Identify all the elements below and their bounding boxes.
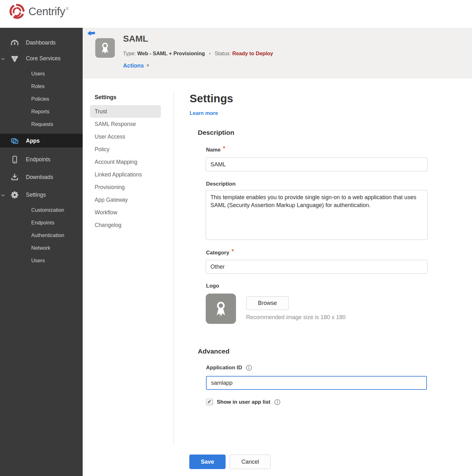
sidebar-item-roles[interactable]: Roles [0, 80, 83, 92]
chevron-down-icon [1, 193, 5, 197]
app-header: SAML Type: Web - SAML + Provisioning • S… [83, 28, 472, 78]
sidebar-item-users[interactable]: Users [0, 67, 83, 80]
category-label: Category* [206, 249, 234, 256]
cancel-button[interactable]: Cancel [230, 455, 271, 469]
name-input[interactable] [206, 158, 428, 171]
sidebar-item-label: Settings [0, 192, 46, 198]
back-arrow-icon [87, 30, 95, 37]
sidebar: Dashboards Core Services Users Roles Pol… [0, 28, 83, 476]
sidebar-item-label: Requests [0, 121, 53, 127]
sidebar-item-settings-endpoints[interactable]: Endpoints [0, 216, 83, 229]
sidebar-item-label: Customization [0, 207, 64, 213]
description-textarea[interactable]: This template enables you to provide sin… [206, 190, 428, 240]
browse-button[interactable]: Browse [246, 296, 289, 310]
sidebar-item-label: Endpoints [0, 156, 50, 163]
subnav-item-saml-response[interactable]: SAML Response [90, 118, 161, 130]
subnav-item-account-mapping[interactable]: Account Mapping [90, 156, 161, 168]
brand-trademark: ® [66, 7, 69, 11]
dashboard-icon [10, 39, 19, 47]
subnav-item-changelog[interactable]: Changelog [90, 219, 161, 231]
sidebar-item-reports[interactable]: Reports [0, 105, 83, 118]
sidebar-item-network[interactable]: Network [0, 241, 83, 254]
subnav-item-app-gateway[interactable]: App Gateway [90, 193, 161, 206]
type-value: Web - SAML + Provisioning [137, 51, 205, 56]
status-label: Status: [215, 51, 231, 56]
ribbon-icon [212, 300, 230, 318]
subnav-section-title: Settings [90, 92, 161, 105]
sidebar-item-label: Dashboards [0, 39, 56, 46]
sidebar-item-authentication[interactable]: Authentication [0, 229, 83, 241]
application-id-input[interactable] [206, 376, 427, 390]
meta-separator: • [209, 51, 211, 56]
sidebar-item-downloads[interactable]: Downloads [0, 168, 83, 186]
sidebar-item-label: Users [0, 71, 45, 77]
sidebar-item-label: Downloads [0, 174, 53, 181]
topbar: Centrify ® [0, 0, 472, 28]
subnav-item-linked-applications[interactable]: Linked Applications [90, 168, 161, 181]
sidebar-item-policies[interactable]: Policies [0, 92, 83, 105]
subnav-item-policy[interactable]: Policy [90, 143, 161, 156]
save-button[interactable]: Save [189, 455, 226, 469]
subnav-item-workflow[interactable]: Workflow [90, 206, 161, 219]
application-id-label: Application ID [206, 365, 252, 371]
page-root: Centrify ® Dashboards [0, 0, 472, 476]
sidebar-item-label: Network [0, 245, 50, 251]
back-button[interactable] [87, 30, 95, 37]
sidebar-item-label: Policies [0, 96, 49, 102]
sidebar-item-label: Core Services [0, 55, 61, 62]
vertical-divider [174, 92, 174, 446]
logo-size-hint: Recommended image size is 180 x 180 [246, 314, 345, 321]
sidebar-item-apps[interactable]: Apps [0, 134, 83, 148]
sidebar-item-label: Roles [0, 83, 44, 89]
sidebar-item-label: Reports [0, 109, 50, 115]
sidebar-item-endpoints[interactable]: Endpoints [0, 151, 83, 168]
app-subnav: Settings Trust SAML Response User Access… [90, 92, 161, 231]
download-icon [10, 173, 19, 181]
actions-menu-button[interactable]: Actions▼ [123, 62, 150, 69]
show-in-app-list-label: Show in user app list [217, 399, 270, 405]
show-in-app-list-row: Show in user app list [206, 399, 280, 405]
sidebar-item-dashboards[interactable]: Dashboards [0, 36, 83, 50]
sidebar-item-label: Users [0, 258, 45, 264]
sidebar-item-settings-users[interactable]: Users [0, 254, 83, 267]
apps-icon [10, 137, 19, 145]
sidebar-item-settings[interactable]: Settings [0, 186, 83, 204]
sidebar-item-label: Endpoints [0, 220, 54, 226]
subnav-item-trust[interactable]: Trust [90, 105, 161, 118]
caret-down-icon: ▼ [146, 63, 150, 68]
brand-logo[interactable]: Centrify ® [9, 3, 68, 20]
sidebar-item-customization[interactable]: Customization [0, 204, 83, 216]
app-title: SAML [123, 34, 148, 44]
endpoint-device-icon [10, 155, 19, 164]
description-section-title: Description [198, 129, 234, 136]
centrify-logo-icon [9, 3, 25, 20]
show-in-app-list-checkbox[interactable] [206, 399, 213, 405]
gear-icon [10, 191, 19, 199]
actions-label: Actions [123, 62, 144, 69]
info-icon[interactable] [274, 399, 280, 405]
subnav-item-provisioning[interactable]: Provisioning [90, 181, 161, 193]
type-label: Type: [123, 51, 136, 56]
ribbon-icon [98, 41, 112, 55]
logo-preview [206, 294, 236, 324]
category-input[interactable] [206, 260, 428, 274]
advanced-section-title: Advanced [198, 348, 229, 355]
sidebar-item-label: Authentication [0, 232, 64, 238]
logo-label: Logo [206, 283, 219, 289]
core-services-icon [10, 54, 19, 63]
name-label: Name* [206, 146, 225, 153]
sidebar-item-requests[interactable]: Requests [0, 118, 83, 130]
description-label: Description [206, 181, 236, 187]
status-value: Ready to Deploy [232, 51, 273, 56]
brand-name: Centrify [28, 5, 65, 18]
sidebar-item-label: Apps [0, 138, 40, 144]
subnav-item-user-access[interactable]: User Access [90, 130, 161, 143]
required-asterisk: * [232, 248, 234, 255]
info-icon[interactable] [246, 365, 252, 371]
required-asterisk: * [223, 145, 225, 152]
app-meta-line: Type: Web - SAML + Provisioning • Status… [123, 51, 273, 57]
chevron-down-icon [1, 56, 5, 61]
sidebar-item-core-services[interactable]: Core Services [0, 50, 83, 67]
learn-more-link[interactable]: Learn more [190, 110, 218, 116]
page-title: Settings [190, 92, 233, 105]
